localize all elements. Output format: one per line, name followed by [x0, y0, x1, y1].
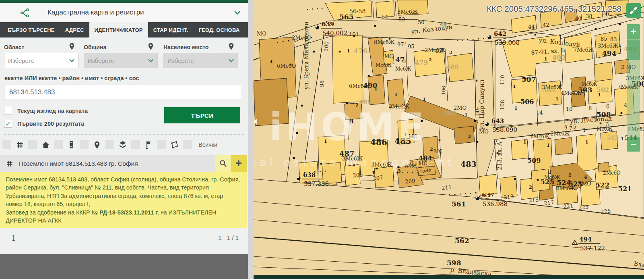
zoom-to-result-button[interactable]	[215, 155, 231, 172]
add-result-button[interactable]: +	[231, 155, 247, 172]
svg-text:509: 509	[527, 157, 541, 164]
current-view-checkbox[interactable]	[4, 107, 12, 115]
svg-text:476: 476	[353, 47, 368, 55]
identifier-input[interactable]	[4, 85, 241, 100]
svg-text:2МсбЖ: 2МсбЖ	[425, 47, 446, 53]
tab-bar: БЪРЗО ТЪРСЕНЕАДРЕСИДЕНТИФИКАТОРСТАР ИДЕН…	[0, 22, 248, 37]
first200-checkbox[interactable]: ✓	[4, 120, 12, 128]
filter-row: Всички	[2, 139, 217, 151]
select-1[interactable]: Изберете	[84, 53, 158, 68]
svg-text:3МсбЖ: 3МсбЖ	[542, 84, 563, 90]
filter-checkbox-5[interactable]	[131, 140, 140, 149]
search-button[interactable]: ТЪРСИ	[164, 107, 240, 123]
svg-text:97: 97	[397, 42, 404, 48]
location-pin-icon	[228, 42, 234, 52]
svg-text:2: 2	[449, 50, 452, 55]
svg-text:4: 4	[584, 175, 587, 180]
tab-3[interactable]: СТАР ИДЕНТ.	[148, 22, 194, 37]
pin-icon	[92, 140, 102, 150]
fullscreen-button[interactable]	[626, 3, 641, 18]
chevron-down-icon	[144, 56, 154, 65]
svg-text:6МсбЖ: 6МсбЖ	[349, 83, 370, 89]
svg-text:1: 1	[514, 106, 518, 111]
svg-text:207: 207	[373, 174, 383, 181]
page-range: 1 - 1 / 1	[218, 234, 239, 241]
cadastral-map[interactable]: ул. Козлодуйул. Козлодуйул. Братя Милади…	[254, 0, 644, 279]
select-label: Населено място	[163, 44, 208, 50]
filter-checkbox-1[interactable]	[28, 140, 37, 149]
panel-map-divider[interactable]	[248, 0, 254, 279]
svg-text:494: 494	[602, 49, 617, 57]
svg-text:54: 54	[382, 14, 388, 20]
result-row-label: Поземлен имот 68134.513.483 гр. София	[19, 160, 215, 167]
result-details: Поземлен имот 68134.513.483, област Софи…	[0, 172, 247, 228]
first200-label: Първите 200 резултата	[17, 121, 84, 127]
svg-text:1: 1	[618, 43, 621, 48]
svg-text:1: 1	[555, 96, 559, 102]
svg-text:637: 637	[482, 192, 494, 199]
zoom-in-button[interactable]: +	[627, 24, 640, 40]
filter-checkbox-all[interactable]	[183, 140, 192, 149]
tab-2[interactable]: ИДЕНТИФИКАТОР	[89, 22, 148, 37]
ekatte-label: екатте ИЛИ екатте • район • имот • сград…	[4, 75, 139, 81]
svg-text:42: 42	[543, 22, 549, 28]
select-0[interactable]: Изберете	[4, 53, 79, 68]
tab-0[interactable]: БЪРЗО ТЪРСЕНЕ	[2, 22, 60, 37]
svg-text:5: 5	[573, 124, 576, 130]
panel-collapse-arrow[interactable]	[254, 119, 257, 125]
svg-text:real estate management: real estate management	[254, 156, 455, 169]
svg-text:537.388: 537.388	[304, 180, 329, 187]
svg-text:101: 101	[349, 31, 359, 37]
svg-text:213, вх. А: 213, вх. А	[496, 142, 503, 170]
region-select-col-2: Населено мястоИзберете	[163, 42, 238, 68]
chevron-down-icon[interactable]	[234, 10, 241, 17]
svg-text:1: 1	[598, 92, 601, 98]
zoom-slider-handle[interactable]	[627, 40, 640, 60]
select-2[interactable]: Изберете	[163, 53, 238, 68]
svg-text:МсбЖ: МсбЖ	[597, 126, 613, 132]
svg-text:598: 598	[447, 259, 461, 267]
svg-text:4: 4	[270, 59, 273, 65]
page-number[interactable]: 1	[11, 233, 16, 242]
checkbox-row-current-view: Текущ изглед на картата	[4, 107, 88, 115]
svg-text:1: 1	[544, 56, 547, 62]
svg-text:10: 10	[566, 106, 573, 112]
svg-text:МО: МО	[582, 181, 591, 187]
svg-text:225: 225	[601, 208, 611, 215]
filter-checkbox-6[interactable]	[157, 140, 166, 149]
svg-text:217: 217	[544, 199, 554, 206]
svg-text:1: 1	[423, 97, 426, 102]
zoom-out-button[interactable]: −	[627, 137, 640, 152]
svg-text:1: 1	[585, 140, 588, 145]
svg-text:14: 14	[536, 110, 543, 116]
filter-checkbox-0[interactable]	[2, 140, 11, 149]
svg-text:223: 223	[578, 204, 589, 211]
svg-text:6МсбЖ: 6МсбЖ	[530, 134, 550, 140]
svg-text:507: 507	[522, 75, 536, 83]
select-value: Изберете	[8, 57, 35, 64]
svg-text:213: 213	[504, 193, 514, 200]
select-label: Община	[84, 44, 106, 50]
svg-text:643: 643	[491, 117, 504, 125]
tab-4[interactable]: ГЕОД. ОСНОВА	[193, 22, 245, 37]
filter-checkbox-4[interactable]	[105, 140, 114, 149]
filter-checkbox-3[interactable]	[80, 140, 89, 149]
svg-text:2: 2	[529, 185, 532, 190]
svg-text:2МО: 2МО	[454, 105, 466, 111]
svg-text:540.002: 540.002	[322, 29, 347, 37]
result-row[interactable]: Поземлен имот 68134.513.483 гр. София +	[0, 155, 247, 172]
svg-text:2: 2	[430, 147, 433, 152]
svg-text:215: 215	[528, 196, 539, 204]
tab-1[interactable]: АДРЕС	[60, 22, 89, 37]
svg-text:52: 52	[398, 17, 405, 23]
svg-text:83: 83	[610, 36, 617, 42]
svg-text:209: 209	[405, 177, 415, 185]
search-form: ОбластИзберетеОбщинаИзберетеНаселено мяс…	[0, 37, 248, 254]
svg-text:3: 3	[468, 134, 471, 139]
svg-text:1: 1	[513, 84, 516, 89]
result-order-number: РД-18-53/23.11.2011 г.	[99, 209, 159, 216]
filter-checkbox-2[interactable]	[54, 140, 63, 149]
svg-text:3: 3	[398, 169, 401, 174]
svg-text:1: 1	[394, 92, 398, 97]
svg-text:1: 1	[547, 143, 550, 148]
